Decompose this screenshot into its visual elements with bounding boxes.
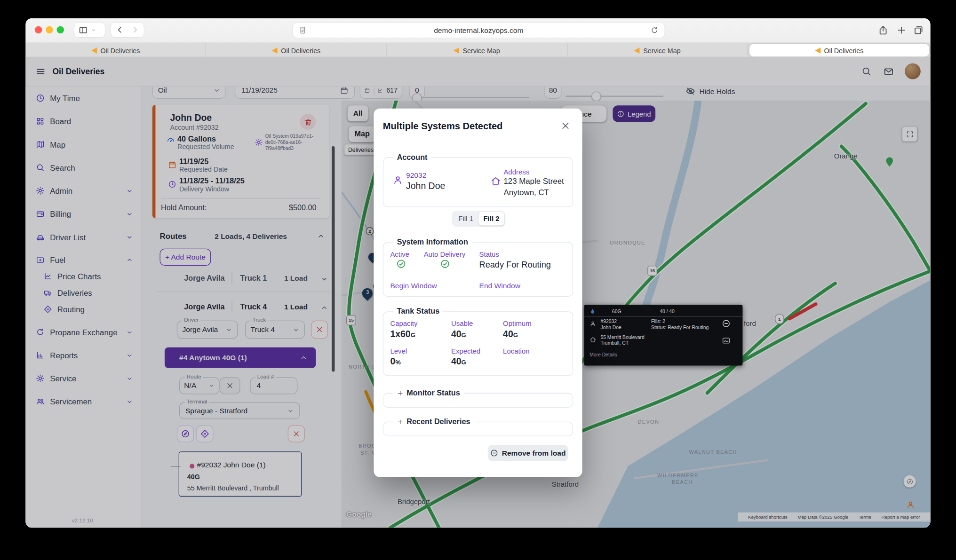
tab-favicon-icon [454, 47, 459, 53]
plus-icon [397, 418, 404, 425]
tab-label: Oil Deliveries [824, 47, 863, 54]
tab-overview-icon[interactable] [913, 25, 924, 35]
tab-service-map-2[interactable]: Service Map [567, 43, 748, 57]
optimum-label: Optimum [503, 320, 531, 327]
tab-oil-deliveries-1[interactable]: Oil Deliveries [25, 43, 206, 57]
account-number-link[interactable]: 92032 [406, 171, 426, 180]
auto-delivery-label: Auto Delivery [424, 251, 466, 258]
recent-deliveries-section[interactable]: Recent Deliveries [383, 422, 573, 436]
share-icon[interactable] [878, 25, 888, 35]
address-line1: 123 Maple Street [503, 177, 564, 186]
page-icon [299, 26, 307, 34]
remove-from-load-button[interactable]: Remove from load [488, 445, 568, 461]
tank-status-section: Tank Status Capacity 1x60G Usable 40G Op… [383, 311, 573, 376]
new-tab-icon[interactable] [896, 25, 907, 35]
chevron-down-icon[interactable] [91, 27, 96, 33]
back-icon[interactable] [116, 25, 124, 34]
tab-fill-2-active[interactable]: Fill 2 [478, 212, 504, 226]
expected-label: Expected [451, 347, 480, 355]
zoom-window-button[interactable] [57, 26, 64, 34]
begin-window-label: Begin Window [390, 282, 437, 290]
close-icon[interactable] [561, 121, 570, 130]
tab-label: Service Map [643, 47, 680, 54]
tank-status-legend: Tank Status [393, 307, 443, 315]
account-section: Account 92032 John Doe Address 123 Maple… [383, 157, 573, 207]
capacity-value: 1x60G [390, 328, 415, 339]
system-information-section: System Information Active Auto Delivery … [383, 242, 573, 297]
tab-label: Oil Deliveries [100, 47, 140, 54]
tab-oil-deliveries-2[interactable]: Oil Deliveries [206, 43, 387, 57]
sidebar-toggle-icon[interactable] [79, 25, 88, 34]
check-circle-icon [440, 259, 450, 269]
tab-oil-deliveries-active[interactable]: Oil Deliveries [749, 44, 929, 56]
minus-circle-icon [490, 449, 498, 457]
minimize-window-button[interactable] [46, 26, 53, 34]
browser-window: demo-internal.kozyops.com Oil Deliveries… [25, 18, 930, 528]
tab-strip: Oil Deliveries Oil Deliveries Service Ma… [25, 43, 930, 57]
forward-icon[interactable] [130, 25, 139, 34]
modal-title: Multiple Systems Detected [383, 121, 503, 132]
status-value: Ready For Routing [479, 260, 551, 269]
remove-from-load-label: Remove from load [502, 449, 566, 457]
system-information-legend: System Information [393, 237, 472, 246]
status-label: Status [479, 251, 499, 258]
address-line2: Anytown, CT [503, 188, 549, 197]
capacity-label: Capacity [390, 320, 417, 327]
tab-service-map-1[interactable]: Service Map [387, 43, 567, 57]
home-icon [491, 176, 501, 186]
tab-label: Service Map [463, 47, 500, 54]
check-circle-icon [396, 259, 406, 269]
tab-fill-1[interactable]: Fill 1 [453, 212, 478, 226]
optimum-value: 40G [503, 328, 518, 339]
account-name: John Doe [406, 181, 445, 191]
level-label: Level [390, 347, 407, 355]
sidebar-toggle-group [74, 23, 105, 37]
browser-titlebar: demo-internal.kozyops.com [25, 18, 930, 43]
location-label: Location [503, 347, 529, 355]
tab-favicon-icon [91, 47, 97, 53]
address-label: Address [503, 168, 529, 176]
account-legend: Account [393, 153, 431, 161]
end-window-label: End Window [479, 282, 520, 290]
url-text: demo-internal.kozyops.com [307, 26, 651, 34]
usable-label: Usable [451, 320, 473, 327]
level-value: 0% [390, 356, 400, 366]
tab-favicon-icon [272, 47, 278, 53]
fill-tabs: Fill 1 Fill 2 [452, 211, 505, 227]
monitor-status-legend: Monitor Status [406, 389, 460, 397]
close-window-button[interactable] [35, 26, 42, 34]
reload-icon[interactable] [651, 26, 659, 34]
tab-favicon-icon [634, 47, 640, 53]
recent-deliveries-legend: Recent Deliveries [406, 418, 470, 426]
tab-favicon-icon [815, 47, 821, 53]
plus-icon [397, 390, 404, 396]
monitor-status-section[interactable]: Monitor Status [383, 393, 573, 408]
nav-buttons [111, 23, 144, 37]
url-bar[interactable]: demo-internal.kozyops.com [293, 23, 664, 38]
active-label: Active [390, 251, 409, 258]
multiple-systems-modal: Multiple Systems Detected Account 92032 … [374, 109, 582, 477]
usable-value: 40G [451, 328, 466, 339]
person-icon [393, 175, 403, 185]
tab-label: Oil Deliveries [281, 47, 320, 54]
screen: demo-internal.kozyops.com Oil Deliveries… [0, 0, 956, 560]
expected-value: 40G [451, 356, 466, 366]
